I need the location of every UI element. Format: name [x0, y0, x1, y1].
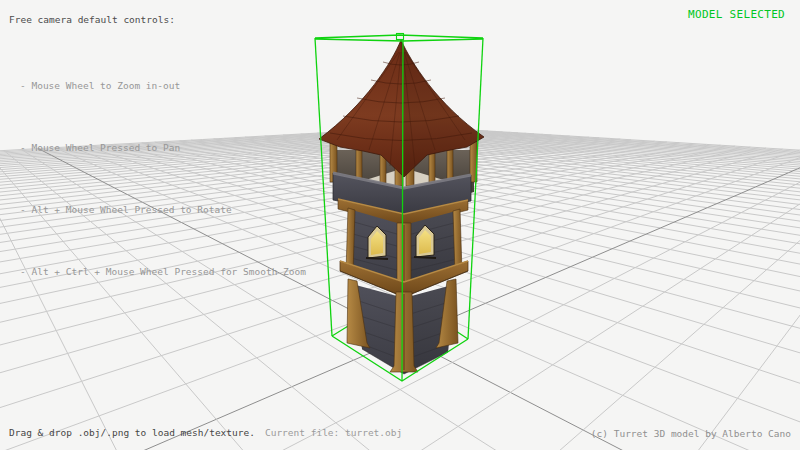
help-title: Free camera default controls:: [9, 14, 175, 25]
bbox-top-face: [315, 35, 483, 41]
model-selected-status: MODEL SELECTED: [688, 8, 785, 21]
drop-hint: Drag & drop .obj/.png to load mesh/textu…: [9, 427, 402, 438]
help-item: - Alt + Mouse Wheel Pressed to Rotate: [20, 200, 306, 221]
viewport-3d[interactable]: Free camera default controls: - Mouse Wh…: [0, 0, 800, 450]
help-item: - Mouse Wheel to Zoom in-out: [20, 76, 306, 97]
help-item: - Alt + Ctrl + Mouse Wheel Pressed for S…: [20, 262, 306, 283]
current-file-label: Current file: turret.obj: [265, 427, 402, 438]
drop-hint-text: Drag & drop .obj/.png to load mesh/textu…: [9, 427, 255, 438]
help-list: - Mouse Wheel to Zoom in-out - Mouse Whe…: [20, 35, 306, 323]
credit-label: (c) Turret 3D model by Alberto Cano: [591, 428, 791, 439]
help-item: - Mouse Wheel Pressed to Pan: [20, 138, 306, 159]
